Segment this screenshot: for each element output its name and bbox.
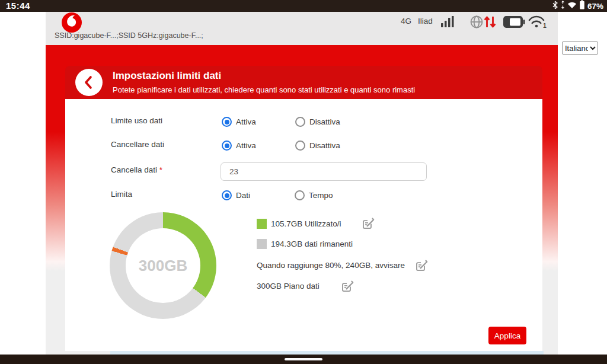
radio-cancellare-disattiva[interactable]	[295, 141, 305, 151]
content-card: Limite uso dati Attiva Disattiva Cancell…	[65, 99, 542, 351]
android-status-bar: 15:44 67%	[0, 0, 607, 12]
radio-label[interactable]: Disattiva	[309, 117, 340, 126]
network-tech-label: 4G	[401, 17, 411, 25]
field-label-cancellare-dati: Cancellare dati	[111, 140, 164, 149]
radio-label[interactable]: Attiva	[236, 117, 256, 126]
legend-swatch-remaining	[257, 239, 267, 249]
bluetooth-icon	[552, 1, 558, 12]
radio-label[interactable]: Disattiva	[309, 141, 340, 150]
home-indicator[interactable]	[285, 358, 322, 360]
field-label-cancella-dati: Cancella dati *	[111, 165, 162, 174]
screen: 15:44 67% SSID:gigacube-F...;SSID 5G	[0, 0, 607, 364]
device-battery-icon	[503, 15, 525, 31]
edit-icon[interactable]	[413, 258, 429, 273]
edit-icon[interactable]	[339, 279, 354, 294]
required-asterisk: *	[159, 165, 162, 174]
clear-days-input[interactable]	[221, 162, 427, 181]
page-title: Impostazioni limiti dati	[113, 70, 221, 82]
signal-bars-icon	[441, 15, 456, 30]
data-transfer-arrows-icon	[561, 1, 565, 11]
legend-swatch-used	[257, 219, 267, 229]
battery-percent: 67%	[587, 2, 603, 11]
battery-status-icon	[579, 0, 585, 12]
radio-limita-dati[interactable]	[222, 190, 232, 200]
field-label-limita: Limita	[111, 190, 132, 199]
radio-limite-disattiva[interactable]	[295, 117, 305, 127]
radio-label[interactable]: Attiva	[236, 141, 256, 150]
apply-button[interactable]: Applica	[488, 327, 526, 344]
internet-globe-icon	[469, 14, 498, 32]
field-label-limite-uso-dati: Limite uso dati	[111, 116, 162, 125]
wifi-status-icon	[567, 1, 577, 11]
wifi-client-count: 1	[543, 22, 547, 29]
back-button[interactable]	[75, 69, 103, 96]
legend-plan-label: 300GB Piano dati	[257, 282, 320, 290]
legend-alert-label: Quando raggiunge 80%, 240GB, avvisare	[257, 261, 405, 270]
radio-label[interactable]: Dati	[236, 191, 250, 200]
ssid-label: SSID:gigacube-F...;SSID 5GHz:gigacube-F.…	[55, 31, 203, 40]
radio-label[interactable]: Tempo	[309, 191, 333, 200]
page-subtitle: Potete pianificare i dati utilizzati, ch…	[113, 85, 415, 94]
status-icons: 67%	[552, 0, 603, 12]
legend-remaining-label: 194.3GB dati rimanenti	[271, 240, 353, 248]
clock: 15:44	[6, 1, 30, 11]
carrier-label: Iliad	[418, 17, 433, 25]
donut-total-label: 300GB	[110, 212, 216, 319]
radio-cancellare-attiva[interactable]	[222, 141, 232, 151]
language-select[interactable]: Italiano	[562, 41, 598, 55]
legend-used-label: 105.7GB Utilizzato/i	[271, 219, 341, 228]
radio-limita-tempo[interactable]	[295, 190, 305, 200]
field-label-text: Cancella dati	[111, 165, 157, 174]
radio-limite-attiva[interactable]	[222, 117, 232, 127]
chevron-left-icon	[75, 69, 103, 96]
data-usage-donut-chart: 300GB	[110, 212, 216, 319]
edit-icon[interactable]	[360, 216, 375, 231]
router-header: SSID:gigacube-F...;SSID 5GHz:gigacube-F.…	[46, 12, 558, 45]
